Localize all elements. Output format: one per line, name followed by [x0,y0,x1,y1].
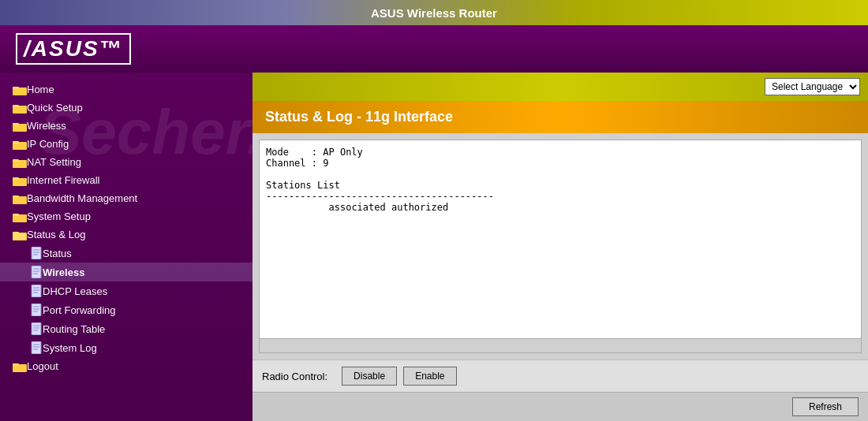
sidebar-item-port-forwarding[interactable]: Port Forwarding [0,300,253,319]
language-select[interactable]: Select Language English Chinese Japanese [765,78,860,95]
top-header: ASUS Wireless Router [0,0,868,25]
sidebar-item-logout[interactable]: Logout [0,357,253,375]
sidebar-label: DHCP Leases [43,285,107,297]
sidebar-item-dhcp-leases[interactable]: DHCP Leases [0,281,253,300]
refresh-button[interactable]: Refresh [792,397,859,416]
log-section [259,140,862,353]
svg-rect-11 [13,177,19,180]
sidebar-label: System Log [43,342,97,354]
sidebar-item-internet-firewall[interactable]: Internet Firewall [0,171,253,189]
svg-rect-18 [13,233,26,240]
svg-rect-5 [13,123,19,125]
radio-control-label: Radio Control: [262,371,327,382]
sidebar-item-status-log[interactable]: Status & Log [0,225,253,244]
folder-icon [13,84,27,95]
folder-icon [13,102,27,114]
sidebar-item-system-log[interactable]: System Log [0,338,253,357]
refresh-row: Refresh [253,392,868,421]
sidebar-label: Wireless [43,266,84,278]
log-textarea[interactable] [260,140,861,338]
svg-rect-31 [32,304,41,316]
main-layout: Se­cher.com Home Quick Setup Wireless [0,73,868,421]
svg-rect-19 [32,247,41,259]
sidebar-label: Internet Firewall [27,174,99,186]
folder-icon [13,121,27,132]
svg-rect-3 [13,105,19,107]
page-icon [30,304,43,316]
sidebar-label: Quick Setup [27,102,83,114]
sidebar-label: Bandwidth Management [27,192,137,204]
sidebar-label: Status [43,248,72,259]
page-icon [30,322,43,335]
header-title: ASUS Wireless Router [371,6,497,20]
sidebar-item-wireless-sub[interactable]: Wireless [0,263,253,281]
sidebar-item-home[interactable]: Home [0,80,253,99]
svg-rect-23 [32,266,41,278]
page-icon [30,285,43,297]
sidebar-item-status[interactable]: Status [0,244,253,263]
disable-button[interactable]: Disable [342,367,397,386]
svg-rect-9 [13,159,19,162]
sidebar-label: Home [27,84,54,95]
language-bar: Select Language English Chinese Japanese [253,73,868,101]
sidebar-item-nat-setting[interactable]: NAT Setting [0,153,253,171]
folder-open-icon [13,229,27,240]
svg-rect-13 [13,196,19,198]
sidebar-label: Status & Log [27,229,85,240]
folder-icon [13,157,27,168]
folder-icon [13,361,27,372]
sidebar-label: Wireless [27,120,66,132]
logo-bar: /ASUS™ [0,25,868,73]
svg-rect-1 [13,87,19,89]
sidebar-item-ip-config[interactable]: IP Config [0,135,253,153]
page-title-bar: Status & Log - 11g Interface [253,101,868,133]
asus-logo: /ASUS™ [16,33,131,65]
sidebar-item-quick-setup[interactable]: Quick Setup [0,99,253,117]
svg-rect-7 [13,141,19,143]
enable-button[interactable]: Enable [403,367,456,386]
svg-rect-15 [13,214,19,216]
sidebar: Se­cher.com Home Quick Setup Wireless [0,73,253,421]
sidebar-label: NAT Setting [27,156,81,168]
sidebar-item-bandwidth-management[interactable]: Bandwidth Management [0,189,253,207]
sidebar-item-wireless[interactable]: Wireless [0,117,253,135]
radio-control-row: Radio Control: Disable Enable [253,360,868,392]
sidebar-label: IP Config [27,138,69,150]
folder-icon [13,175,27,186]
page-icon [30,266,43,278]
sidebar-item-system-setup[interactable]: System Setup [0,207,253,225]
svg-rect-44 [13,363,19,366]
horizontal-scrollbar[interactable] [260,338,861,352]
sidebar-label: Logout [27,360,58,372]
folder-icon [13,193,27,204]
sidebar-label: System Setup [27,210,91,222]
page-icon [30,247,43,259]
svg-rect-27 [32,285,41,297]
folder-icon [13,211,27,222]
sidebar-label: Port Forwarding [43,304,115,316]
folder-icon [13,139,27,150]
svg-rect-39 [32,341,41,354]
page-title: Status & Log - 11g Interface [265,109,453,125]
sidebar-item-routing-table[interactable]: Routing Table [0,319,253,338]
svg-rect-35 [32,322,41,335]
sidebar-label: Routing Table [43,323,105,335]
page-icon [30,341,43,354]
content-area: Select Language English Chinese Japanese… [253,73,868,421]
